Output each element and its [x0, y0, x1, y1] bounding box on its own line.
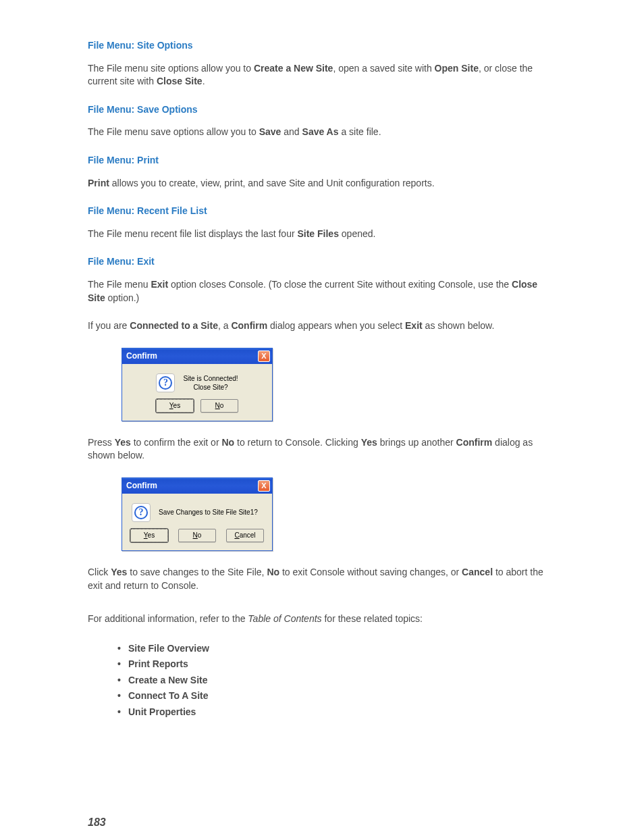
heading-site-options: File Menu: Site Options [88, 39, 556, 53]
list-item: Print Reports [117, 656, 556, 673]
yes-button[interactable]: Yes [130, 529, 168, 542]
text: o [198, 531, 202, 539]
dialog-message: Save Changes to Site File Site1? [159, 508, 258, 517]
dialog-button-row: Yes No [122, 399, 272, 421]
close-icon[interactable]: X [258, 480, 270, 492]
text-bold: Cancel [462, 567, 493, 577]
dialog-button-row: Yes No Cancel [122, 529, 272, 550]
no-button[interactable]: No [200, 399, 238, 413]
dialog-body: ? Save Changes to Site File Site1? [122, 494, 272, 529]
text: opened. [339, 228, 376, 239]
text: , open a saved site with [333, 63, 434, 74]
text: for these related topics: [322, 613, 423, 624]
text: If you are [88, 320, 130, 331]
text: option closes Console. (To close the cur… [168, 279, 512, 290]
text: to confirm the exit or [131, 437, 222, 448]
cancel-button[interactable]: Cancel [226, 529, 264, 542]
text-italic: Table of Contents [248, 613, 321, 624]
para-recent: The File menu recent file list displays … [88, 228, 556, 241]
text: The File menu recent file list displays … [88, 228, 297, 239]
question-icon: ? [156, 373, 175, 392]
text: allows you to create, view, print, and s… [109, 178, 435, 188]
text: option.) [105, 292, 140, 303]
list-item: Unit Properties [117, 704, 556, 721]
text: For additional information, refer to the [88, 613, 248, 624]
question-glyph: ? [134, 506, 148, 519]
heading-print: File Menu: Print [88, 154, 556, 167]
para-print: Print allows you to create, view, print,… [88, 177, 556, 190]
para-exit-2: If you are Connected to a Site, a Confir… [88, 319, 556, 333]
text-bold: Yes [361, 437, 377, 448]
text-bold: No [221, 437, 234, 448]
dialog-title: Confirm [126, 350, 157, 362]
dialog-titlebar: Confirm X [122, 478, 272, 494]
text-bold: Open Site [435, 63, 479, 74]
page-number: 183 [88, 815, 556, 830]
text: o [220, 402, 224, 409]
heading-recent: File Menu: Recent File List [88, 205, 556, 218]
text: brings up another [377, 437, 456, 448]
list-item: Connect To A Site [117, 688, 556, 704]
heading-save-options: File Menu: Save Options [88, 103, 556, 117]
para-after-dialog1: Press Yes to confirm the exit or No to r… [88, 436, 556, 463]
text: The File menu [88, 279, 151, 290]
dialog-titlebar: Confirm X [122, 348, 272, 364]
text: Press [88, 437, 115, 448]
text-bold: Close Site [157, 76, 203, 86]
text-bold: Save [259, 126, 281, 137]
list-item: Create a New Site [117, 673, 556, 689]
para-save-options: The File menu save options allow you to … [88, 126, 556, 139]
text-bold: Save As [302, 126, 339, 137]
text-bold: Site Files [297, 228, 338, 239]
text-underline: C [234, 531, 239, 539]
text: es [148, 531, 155, 539]
text: to return to Console. Clicking [234, 437, 361, 448]
text: and [281, 126, 302, 137]
text-bold: Yes [111, 567, 127, 577]
text-bold: Confirm [456, 437, 493, 448]
text: The File menu save options allow you to [88, 126, 259, 137]
no-button[interactable]: No [178, 529, 216, 542]
text: , a [218, 320, 231, 331]
text: The File menu site options allow you to [88, 63, 254, 74]
confirm-dialog-save-changes: Confirm X ? Save Changes to Site File Si… [122, 477, 273, 551]
text: to exit Console without saving changes, … [279, 567, 462, 577]
yes-button[interactable]: Yes [156, 399, 194, 413]
text: as shown below. [423, 320, 495, 331]
text-underline: N [215, 402, 220, 409]
text: Close Site? [193, 384, 227, 391]
para-exit-1: The File menu Exit option closes Console… [88, 278, 556, 305]
text-underline: N [193, 531, 198, 539]
heading-exit: File Menu: Exit [88, 255, 556, 269]
text-bold: No [267, 567, 279, 577]
text: dialog appears when you select [267, 320, 405, 331]
text-bold: Confirm [231, 320, 267, 331]
question-icon: ? [132, 503, 151, 522]
related-topics-list: Site File Overview Print Reports Create … [117, 641, 556, 721]
text: Click [88, 567, 111, 577]
question-glyph: ? [159, 376, 172, 390]
dialog-body: ? Site is Connected! Close Site? [122, 364, 272, 399]
para-additional-info: For additional information, refer to the… [88, 613, 556, 626]
list-item: Site File Overview [117, 641, 556, 657]
close-icon[interactable]: X [258, 350, 270, 362]
text-bold: Print [88, 178, 109, 188]
text-bold: Exit [405, 320, 423, 331]
text-bold: Yes [115, 437, 131, 448]
text-bold: Connected to a Site [130, 320, 218, 331]
para-site-options: The File menu site options allow you to … [88, 62, 556, 88]
text: es [173, 402, 181, 409]
dialog-title: Confirm [126, 480, 157, 492]
para-after-dialog2: Click Yes to save changes to the Site Fi… [88, 566, 556, 592]
text: . [203, 76, 205, 86]
dialog-message: Site is Connected! Close Site? [183, 374, 238, 392]
text: ancel [240, 531, 256, 539]
text: Site is Connected! [183, 375, 238, 382]
text: a site file. [339, 126, 381, 137]
text-bold: Exit [151, 279, 168, 290]
text: to save changes to the Site File, [127, 567, 267, 577]
text-bold: Create a New Site [254, 63, 333, 74]
confirm-dialog-close-site: Confirm X ? Site is Connected! Close Sit… [122, 348, 273, 421]
